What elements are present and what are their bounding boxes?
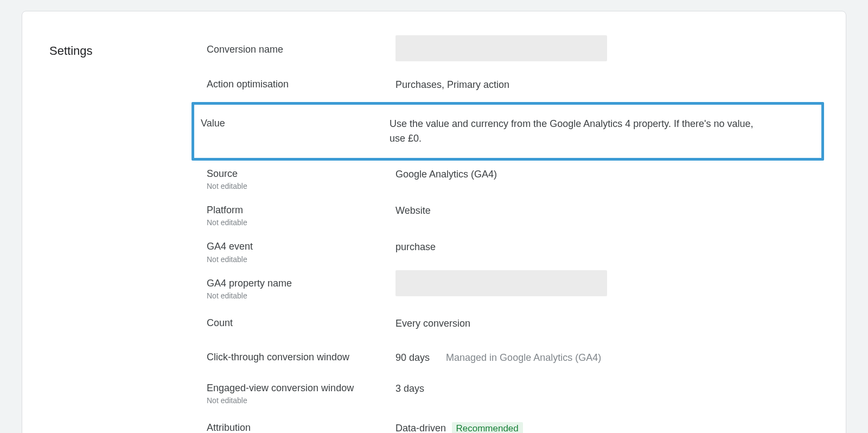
setting-row-click-through-window[interactable]: Click-through conversion window 90 days … — [207, 341, 819, 375]
setting-row-attribution[interactable]: Attribution Data-driven Recommended Paid… — [207, 411, 819, 433]
setting-label: Count — [207, 316, 395, 330]
setting-row-value[interactable]: Value Use the value and currency from th… — [192, 102, 824, 161]
setting-label: Conversion name — [207, 43, 395, 56]
setting-value: purchase — [395, 240, 819, 254]
setting-label: GA4 event — [207, 240, 395, 253]
settings-card: Settings Conversion name Action optimisa… — [22, 11, 846, 433]
setting-label: Attribution — [207, 421, 395, 433]
setting-value: Purchases, Primary action — [395, 78, 819, 92]
settings-list: Conversion name Action optimisation Purc… — [207, 33, 819, 433]
not-editable-label: Not editable — [207, 255, 395, 264]
setting-label: GA4 property name — [207, 277, 395, 290]
setting-row-ga4-event: GA4 event Not editable purchase — [207, 233, 819, 270]
setting-label: Action optimisation — [207, 78, 395, 91]
section-title: Settings — [49, 33, 207, 58]
redacted-value — [395, 35, 607, 61]
not-editable-label: Not editable — [207, 182, 395, 190]
setting-label: Value — [201, 117, 390, 130]
redacted-value — [395, 270, 607, 296]
setting-value: Every conversion — [395, 316, 819, 331]
setting-value: 90 days — [395, 351, 430, 365]
setting-row-count[interactable]: Count Every conversion — [207, 307, 819, 341]
setting-value: Website — [395, 203, 819, 218]
setting-value: Data-driven — [395, 423, 446, 433]
not-editable-label: Not editable — [207, 396, 395, 405]
setting-row-platform: Platform Not editable Website — [207, 197, 819, 233]
setting-label: Engaged-view conversion window — [207, 381, 395, 395]
setting-value: 3 days — [395, 381, 819, 396]
setting-label: Click-through conversion window — [207, 351, 395, 364]
setting-label: Source — [207, 167, 395, 181]
setting-value: Use the value and currency from the Goog… — [390, 117, 769, 146]
settings-content: Settings Conversion name Action optimisa… — [49, 33, 819, 433]
setting-row-ga4-property: GA4 property name Not editable — [207, 270, 819, 307]
setting-row-engaged-view-window: Engaged-view conversion window Not edita… — [207, 375, 819, 411]
setting-note: Managed in Google Analytics (GA4) — [446, 352, 601, 364]
not-editable-label: Not editable — [207, 218, 395, 227]
setting-row-conversion-name[interactable]: Conversion name — [207, 33, 819, 68]
recommended-badge: Recommended — [452, 422, 523, 433]
setting-label: Platform — [207, 203, 395, 217]
setting-row-action-optimisation[interactable]: Action optimisation Purchases, Primary a… — [207, 68, 819, 102]
setting-row-source: Source Not editable Google Analytics (GA… — [207, 161, 819, 197]
not-editable-label: Not editable — [207, 291, 395, 300]
setting-value: Google Analytics (GA4) — [395, 167, 819, 182]
